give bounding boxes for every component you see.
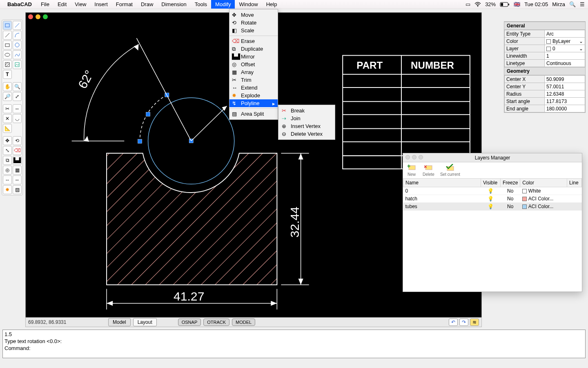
battery-percent[interactable]: 32%	[485, 1, 496, 7]
prop-val-entity[interactable]: Arc	[545, 30, 585, 38]
tool-measure[interactable]: 📐	[3, 124, 12, 133]
layer-row[interactable]: hatch💡NoACI Color...	[403, 195, 582, 203]
tab-model[interactable]: Model	[108, 318, 131, 326]
close-icon[interactable]	[28, 14, 33, 19]
toggle-osnap[interactable]: OSNAP	[178, 319, 201, 326]
menu-rotate[interactable]: ⟲Rotate	[229, 19, 278, 27]
menu-offset[interactable]: ◎Offset	[229, 61, 278, 68]
lm-close-icon[interactable]	[405, 155, 410, 159]
tool-extend[interactable]: ↔	[13, 104, 22, 113]
tool-dash[interactable]: --	[3, 175, 12, 184]
prop-val-radius[interactable]: 12.6348	[545, 90, 585, 98]
tool-zoom[interactable]: 🔎	[3, 92, 12, 101]
menu-trim[interactable]: ✂Trim	[229, 76, 278, 84]
tool-circle[interactable]	[13, 40, 22, 49]
prop-val-sa[interactable]: 117.8173	[545, 98, 585, 105]
menu-duplicate[interactable]: ⧉Duplicate	[229, 45, 278, 53]
toggle-otrack[interactable]: OTRACK	[203, 319, 229, 326]
tool-erase[interactable]: ⌫	[13, 146, 22, 155]
tool-dim[interactable]: ↔	[13, 175, 22, 184]
undo-button[interactable]: ↶	[449, 319, 458, 326]
lm-min-icon[interactable]	[412, 155, 416, 159]
prop-val-ea[interactable]: 180.0000	[545, 105, 585, 112]
menu-erase[interactable]: ⌫Erase	[229, 37, 278, 45]
menu-extend[interactable]: ↔Extend	[229, 84, 278, 92]
menu-polyline[interactable]: ↯Polyline▸	[229, 99, 278, 107]
tool-copy[interactable]: ⧉	[3, 156, 12, 165]
redo-button[interactable]: ↷	[459, 319, 468, 326]
tool-zoom-window[interactable]: 🔍	[13, 82, 22, 91]
col-color[interactable]: Color	[520, 179, 567, 187]
submenu-break[interactable]: ✂Break	[278, 107, 335, 114]
tool-pan[interactable]: ✋	[3, 82, 12, 91]
clock[interactable]: Tue 02:05	[524, 1, 548, 7]
tool-line[interactable]	[13, 21, 22, 30]
menu-explode[interactable]: ✸Explode	[229, 92, 278, 99]
layers-delete-button[interactable]: ×Delete	[423, 164, 434, 177]
menu-dimension[interactable]: Dimension	[157, 0, 190, 9]
tool-explode[interactable]: ✸	[3, 185, 12, 194]
menu-scale[interactable]: ◧Scale	[229, 27, 278, 34]
spotlight-icon[interactable]: 🔍	[569, 1, 576, 7]
tool-hatch[interactable]	[3, 60, 12, 69]
command-line[interactable]: 1.5 Type text rotation <0.0>: Command:	[2, 330, 586, 358]
menu-draw[interactable]: Draw	[137, 0, 157, 9]
tool-mirror[interactable]: ▙▟	[13, 156, 22, 165]
menu-tools[interactable]: Tools	[191, 0, 211, 9]
tool-scale[interactable]: ⤡	[3, 146, 12, 155]
zoom-icon[interactable]	[43, 14, 48, 19]
col-name[interactable]: Name	[403, 179, 481, 187]
lm-zoom-icon[interactable]	[419, 155, 423, 159]
user-name[interactable]: Mirza	[552, 1, 565, 7]
prop-val-linetype[interactable]: Continuous	[545, 60, 585, 67]
minimize-icon[interactable]	[36, 14, 40, 19]
tool-image[interactable]	[13, 60, 22, 69]
layers-manager-window[interactable]: Layers Manager +New ×Delete Set current …	[403, 153, 582, 292]
menu-format[interactable]: Format	[112, 0, 137, 9]
tool-move[interactable]: ✥	[3, 136, 12, 145]
menu-move[interactable]: ✥Move	[229, 11, 278, 19]
app-title[interactable]: BabaCAD	[7, 1, 32, 7]
menu-file[interactable]: File	[37, 0, 53, 9]
menu-view[interactable]: View	[71, 0, 90, 9]
tool-text[interactable]: T	[3, 70, 12, 79]
airplay-icon[interactable]: ▭	[466, 1, 470, 7]
col-visible[interactable]: Visible	[481, 179, 501, 187]
menu-modify[interactable]: Modify	[211, 0, 235, 9]
battery-icon[interactable]	[500, 2, 510, 7]
menu-window[interactable]: Window	[235, 0, 262, 9]
layers-button[interactable]: ≋	[470, 319, 479, 326]
list-icon[interactable]: ☰	[580, 1, 585, 7]
menu-array[interactable]: ▦Array	[229, 68, 278, 76]
tool-array[interactable]: ▦	[13, 166, 22, 175]
toggle-model[interactable]: MODEL	[232, 319, 255, 326]
tool-area[interactable]: ▨	[13, 185, 22, 194]
menu-edit[interactable]: Edit	[53, 0, 71, 9]
tool-rotate[interactable]: ⟲	[13, 136, 22, 145]
tool-spline[interactable]	[13, 50, 22, 59]
tool-rect-select[interactable]	[3, 21, 12, 30]
tool-rect[interactable]	[3, 40, 12, 49]
tool-break[interactable]: ✕	[3, 114, 12, 123]
prop-val-cy[interactable]: 57.0011	[545, 83, 585, 90]
submenu-delete-vertex[interactable]: ⊖Delete Vertex	[278, 130, 335, 138]
menu-help[interactable]: Help	[262, 0, 281, 9]
tool-offset[interactable]: ◎	[3, 166, 12, 175]
col-line[interactable]: Line	[567, 179, 582, 187]
prop-val-cx[interactable]: 50.9099	[545, 76, 585, 83]
prop-val-layer[interactable]: 0 ⌄	[545, 45, 585, 52]
tab-layout[interactable]: Layout	[133, 318, 157, 326]
layers-set-current-button[interactable]: Set current	[440, 164, 460, 177]
menu-mirror[interactable]: ▙▟Mirror	[229, 53, 278, 61]
layer-row[interactable]: 0💡NoWhite	[403, 187, 582, 195]
submenu-join[interactable]: ⇢Join	[278, 114, 335, 122]
tool-arc[interactable]	[13, 31, 22, 40]
tool-fillet[interactable]: ◡	[13, 114, 22, 123]
tool-ellipse[interactable]	[3, 50, 12, 59]
tool-line2[interactable]	[3, 31, 12, 40]
col-freeze[interactable]: Freeze	[501, 179, 520, 187]
layer-row[interactable]: tubes💡NoACI Color...	[403, 203, 582, 211]
tool-trim[interactable]: ✂	[3, 104, 12, 113]
submenu-insert-vertex[interactable]: ⊕Insert Vertex	[278, 122, 335, 130]
menu-insert[interactable]: Insert	[90, 0, 112, 9]
